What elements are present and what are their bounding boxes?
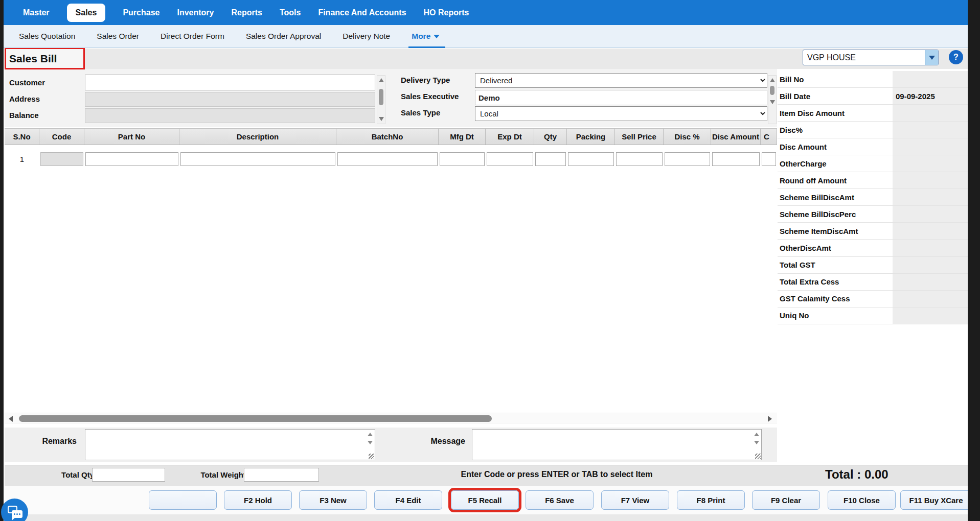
subnav-sales-order-approval[interactable]: Sales Order Approval (246, 32, 321, 41)
summary-row-disc-amount: Disc Amount (778, 138, 968, 155)
col-exp-dt: Exp Dt (486, 129, 534, 145)
scrollbar-thumb[interactable] (19, 415, 492, 422)
summary-row-scheme-billdiscperc: Scheme BillDiscPerc (778, 206, 968, 223)
total-qty-input[interactable] (92, 468, 165, 482)
nav-reports[interactable]: Reports (231, 8, 262, 17)
nav-purchase[interactable]: Purchase (123, 8, 159, 17)
total-weight-input[interactable] (244, 468, 319, 482)
grand-total: Total : 0.00 (825, 467, 888, 482)
subnav-more[interactable]: More (412, 25, 440, 47)
f9-clear-button[interactable]: F9 Clear (752, 490, 820, 510)
row-sno-value: 1 (5, 151, 39, 168)
scroll-up-icon[interactable] (379, 78, 384, 82)
chevron-down-icon (434, 35, 440, 38)
summary-row-otherdiscamt: OtherDiscAmt (778, 240, 968, 256)
subnav-direct-order-form[interactable]: Direct Order Form (161, 32, 224, 41)
col-disc-pct: Disc % (664, 129, 711, 145)
nav-ho-reports[interactable]: HO Reports (424, 8, 469, 17)
nav-finance-and-accounts[interactable]: Finance And Accounts (318, 8, 406, 17)
question-icon: ? (953, 53, 959, 62)
nav-master[interactable]: Master (23, 8, 50, 17)
col-sell-price: Sell Price (615, 129, 664, 145)
summary-row-total-extra-cess: Total Extra Cess (778, 274, 968, 291)
sell-price-cell-input[interactable] (616, 152, 663, 166)
form-right-scrollbar[interactable] (768, 75, 777, 124)
disc-pct-cell-input[interactable] (665, 152, 710, 166)
bottom-strip (5, 514, 968, 521)
balance-field (85, 108, 375, 123)
bill-summary-panel: Bill No Bill Date09-09-2025 Item Disc Am… (778, 71, 968, 324)
subnav-delivery-note[interactable]: Delivery Note (343, 32, 390, 41)
f3-new-button[interactable]: F3 New (299, 490, 367, 510)
f6-save-button[interactable]: F6 Save (526, 490, 594, 510)
col-packing: Packing (567, 129, 615, 145)
function-key-bar: F2 Hold F3 New F4 Edit F5 Recall F6 Save… (5, 486, 968, 514)
nav-inventory[interactable]: Inventory (177, 8, 214, 17)
total-weight-label: Total Weight (196, 470, 246, 479)
scrollbar-thumb[interactable] (770, 86, 774, 95)
scroll-right-icon[interactable] (768, 416, 772, 422)
nav-sales[interactable]: Sales (67, 4, 106, 22)
summary-row-item-disc-amount: Item Disc Amount (778, 105, 968, 122)
summary-row-scheme-itemdiscamt: Scheme ItemDiscAmt (778, 223, 968, 240)
help-button[interactable]: ? (949, 50, 963, 64)
f8-print-button[interactable]: F8 Print (677, 490, 745, 510)
remarks-textarea-wrap (85, 429, 375, 460)
clipped-cell-input[interactable] (762, 152, 776, 166)
scroll-down-icon[interactable] (770, 100, 775, 104)
nav-tools[interactable]: Tools (280, 8, 301, 17)
sales-executive-label: Sales Executive (401, 92, 459, 101)
col-part-no: Part No (84, 129, 179, 145)
scrollbar-thumb[interactable] (379, 89, 383, 105)
exp-dt-cell-input[interactable] (487, 152, 533, 166)
scroll-left-icon[interactable] (9, 416, 13, 422)
scroll-up-icon[interactable] (770, 78, 775, 82)
items-table-header: S.No Code Part No Description BatchNo Mf… (5, 128, 777, 145)
f4-edit-button[interactable]: F4 Edit (374, 490, 442, 510)
sales-sub-navigation: Sales Quotation Sales Order Direct Order… (4, 25, 968, 48)
message-textarea-wrap (472, 429, 762, 460)
total-qty-label: Total Qty (53, 470, 94, 479)
sales-type-select[interactable]: Local (475, 106, 767, 121)
f2-hold-button[interactable]: F2 Hold (224, 490, 292, 510)
description-cell-input[interactable] (180, 152, 335, 166)
customer-input[interactable] (85, 75, 375, 90)
disc-amount-cell-input[interactable] (712, 152, 760, 166)
live-chat-button[interactable] (1, 499, 28, 521)
fkey-blank-button[interactable] (149, 490, 217, 510)
message-textarea[interactable] (472, 430, 761, 460)
subnav-sales-order[interactable]: Sales Order (97, 32, 139, 41)
sales-executive-input[interactable] (475, 90, 767, 105)
summary-row-gst-calamity-cess: GST Calamity Cess (778, 291, 968, 307)
qty-cell-input[interactable] (535, 152, 566, 166)
items-table-row: 1 (5, 151, 777, 168)
f11-buy-xcare-button[interactable]: F11 Buy XCare (900, 490, 972, 510)
packing-cell-input[interactable] (568, 152, 614, 166)
customer-label: Customer (9, 78, 45, 87)
grid-horizontal-scrollbar[interactable] (5, 413, 777, 423)
branch-dropdown-button[interactable] (925, 50, 938, 65)
address-label: Address (9, 94, 40, 103)
code-cell-input[interactable] (40, 152, 83, 166)
part-no-cell-input[interactable] (85, 152, 178, 166)
col-batchno: BatchNo (336, 129, 439, 145)
col-disc-amount: Disc Amount (711, 129, 761, 145)
mfg-dt-cell-input[interactable] (440, 152, 485, 166)
f10-close-button[interactable]: F10 Close (828, 490, 896, 510)
batchno-cell-input[interactable] (337, 152, 438, 166)
delivery-type-label: Delivery Type (401, 76, 450, 84)
delivery-type-select[interactable]: Delivered (475, 73, 767, 88)
summary-row-scheme-billdiscamt: Scheme BillDiscAmt (778, 189, 968, 206)
customer-scrollbar[interactable] (377, 75, 385, 124)
address-field (85, 92, 375, 107)
f5-recall-button[interactable]: F5 Recall (451, 490, 519, 510)
scroll-down-icon[interactable] (379, 117, 384, 121)
top-navigation-bar: Master Sales Purchase Inventory Reports … (4, 0, 968, 25)
window-right-edge (968, 0, 980, 521)
summary-row-total-gst: Total GST (778, 257, 968, 274)
subnav-sales-quotation[interactable]: Sales Quotation (19, 32, 75, 41)
col-mfg-dt: Mfg Dt (439, 129, 486, 145)
remarks-textarea[interactable] (85, 430, 375, 460)
f7-view-button[interactable]: F7 View (601, 490, 669, 510)
branch-select[interactable]: VGP HOUSE (803, 50, 939, 65)
